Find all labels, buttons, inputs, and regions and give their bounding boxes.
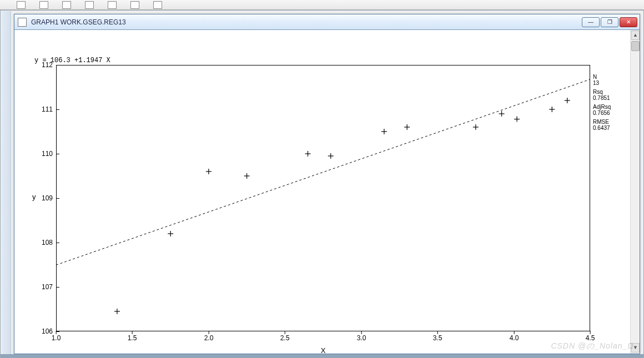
outer-frame: GRAPH1 WORK.GSEG.REG13 — ❐ ✕ y = 106.3 +… (0, 10, 644, 358)
sas-graph-icon (18, 18, 27, 27)
data-marker (206, 169, 212, 174)
ytick: 110 (42, 150, 56, 158)
ytick: 108 (42, 239, 56, 246)
data-marker (499, 111, 505, 117)
xtick: 4.5 (586, 334, 595, 342)
graph-content: y = 106.3 +1.1947 X 112 111 110 109 108 … (14, 30, 640, 354)
titlebar[interactable]: GRAPH1 WORK.GSEG.REG13 — ❐ ✕ (14, 14, 640, 30)
data-marker (168, 231, 173, 236)
maximize-button[interactable]: ❐ (601, 17, 618, 27)
left-gutter (1, 11, 11, 357)
toolbar-icon[interactable] (85, 1, 94, 9)
x-axis-label: X (321, 346, 326, 355)
bottom-strip (1, 354, 643, 357)
xtick: 2.0 (204, 334, 214, 342)
toolbar-icon[interactable] (39, 1, 48, 9)
fit-stats: N 13 Rsq 0.7851 AdjRsq 0.7656 RMSE 0.643… (593, 74, 611, 132)
toolbar-icon[interactable] (17, 1, 26, 9)
graph-window: GRAPH1 WORK.GSEG.REG13 — ❐ ✕ y = 106.3 +… (14, 14, 640, 354)
data-marker (549, 107, 555, 112)
data-marker (328, 153, 334, 159)
xtick: 3.5 (433, 334, 442, 342)
data-marker (514, 117, 520, 122)
ytick: 111 (42, 105, 56, 113)
scroll-thumb[interactable] (631, 41, 640, 51)
xtick: 4.0 (510, 334, 519, 342)
xtick: 3.0 (357, 334, 366, 342)
window-title: GRAPH1 WORK.GSEG.REG13 (31, 18, 577, 26)
vertical-scrollbar[interactable]: ▲ ▼ (630, 30, 640, 354)
xtick: 1.0 (52, 334, 61, 342)
app-toolbar (0, 0, 644, 10)
close-button[interactable]: ✕ (620, 17, 637, 27)
toolbar-icon[interactable] (62, 1, 71, 9)
regression-line (56, 79, 590, 265)
data-marker (473, 124, 479, 130)
scroll-up-button[interactable]: ▲ (631, 31, 640, 40)
ytick: 109 (42, 194, 56, 202)
data-marker (404, 124, 410, 130)
xtick: 1.5 (128, 334, 137, 342)
data-marker (565, 98, 570, 103)
toolbar-icon[interactable] (153, 1, 162, 9)
xtick: 2.5 (280, 334, 290, 342)
toolbar-icon[interactable] (108, 1, 117, 9)
ytick: 112 (42, 61, 56, 69)
ytick: 107 (42, 283, 56, 291)
toolbar-icon[interactable] (130, 1, 139, 9)
plot-area: y = 106.3 +1.1947 X 112 111 110 109 108 … (14, 30, 630, 354)
y-axis-label: y (32, 193, 36, 201)
data-marker (305, 151, 311, 157)
data-marker (114, 309, 120, 314)
scroll-down-button[interactable]: ▼ (631, 343, 640, 352)
minimize-button[interactable]: — (582, 17, 600, 27)
data-marker (381, 129, 387, 134)
data-marker (244, 173, 250, 179)
plot-svg (56, 65, 590, 331)
